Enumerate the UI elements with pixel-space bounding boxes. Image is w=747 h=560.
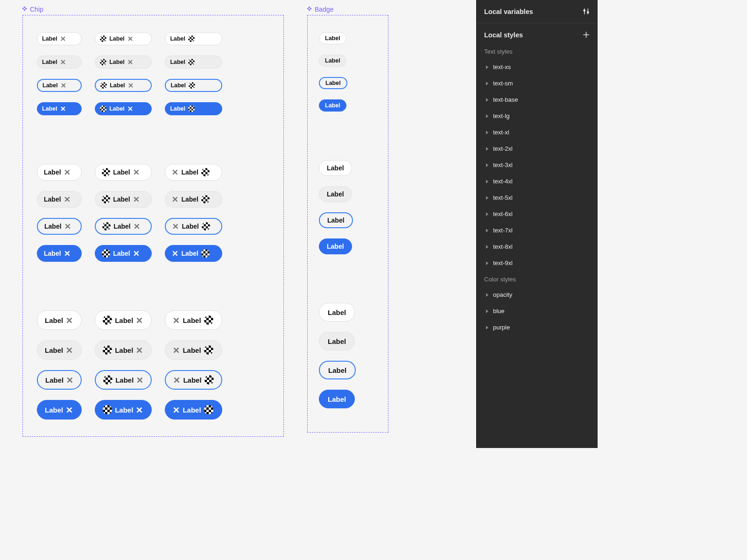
close-icon[interactable]	[66, 317, 73, 324]
badge[interactable]: Label	[319, 32, 346, 44]
style-item-text-5xl[interactable]: text-5xl	[477, 189, 598, 206]
chip[interactable]: Label	[95, 79, 152, 92]
chip[interactable]: Label	[165, 191, 222, 208]
close-icon[interactable]	[64, 223, 71, 230]
style-item-text-xs[interactable]: text-xs	[477, 59, 598, 75]
chip[interactable]: Label	[165, 340, 222, 360]
style-item-text-8xl[interactable]: text-8xl	[477, 238, 598, 255]
chip[interactable]: Label	[165, 218, 222, 235]
chip[interactable]: Label	[95, 400, 152, 420]
chip[interactable]: Label	[95, 218, 152, 235]
style-item-text-xl[interactable]: text-xl	[477, 124, 598, 140]
close-icon[interactable]	[172, 223, 179, 230]
style-item-text-4xl[interactable]: text-4xl	[477, 173, 598, 189]
style-item-text-lg[interactable]: text-lg	[477, 108, 598, 124]
close-icon[interactable]	[173, 347, 180, 354]
close-icon[interactable]	[133, 169, 140, 175]
close-icon[interactable]	[133, 196, 140, 203]
badge-frame[interactable]: Label Label Label Label Label Label Labe…	[307, 15, 388, 433]
chip[interactable]: Label	[37, 32, 82, 45]
close-icon[interactable]	[60, 36, 66, 42]
badge[interactable]: Label	[319, 390, 355, 408]
chip[interactable]: Label	[95, 56, 152, 69]
canvas[interactable]: Chip Label Label Label Label Label Label…	[0, 0, 476, 448]
style-item-text-7xl[interactable]: text-7xl	[477, 222, 598, 238]
close-icon[interactable]	[128, 83, 134, 88]
plus-icon[interactable]	[582, 31, 590, 39]
chip[interactable]: Label	[165, 164, 222, 181]
close-icon[interactable]	[127, 36, 133, 42]
close-icon[interactable]	[173, 377, 180, 384]
chip[interactable]: Label	[37, 79, 82, 92]
chip[interactable]: Label	[37, 245, 82, 262]
badge[interactable]: Label	[319, 332, 355, 350]
badge[interactable]: Label	[319, 55, 346, 67]
chip[interactable]: Label	[95, 310, 152, 330]
chip[interactable]: Label	[37, 102, 82, 115]
chip[interactable]: Label	[95, 32, 152, 45]
chip[interactable]: Label	[165, 56, 222, 69]
chip[interactable]: Label	[37, 370, 82, 390]
badge[interactable]: Label	[319, 160, 352, 176]
chip[interactable]: Label	[165, 245, 222, 262]
close-icon[interactable]	[66, 377, 73, 384]
style-item-purple[interactable]: purple	[477, 319, 598, 336]
close-icon[interactable]	[64, 196, 70, 203]
close-icon[interactable]	[127, 106, 133, 112]
chip[interactable]: Label	[37, 400, 82, 420]
close-icon[interactable]	[172, 196, 178, 203]
badge[interactable]: Label	[319, 99, 346, 112]
chip[interactable]: Label	[95, 164, 152, 181]
chip[interactable]: Label	[95, 340, 152, 360]
style-item-text-3xl[interactable]: text-3xl	[477, 157, 598, 173]
chip[interactable]: Label	[37, 191, 82, 208]
chip-frame-label[interactable]: Chip	[22, 6, 284, 13]
chip[interactable]: Label	[165, 400, 222, 420]
close-icon[interactable]	[60, 59, 66, 65]
close-icon[interactable]	[172, 250, 178, 257]
style-item-opacity[interactable]: opacity	[477, 287, 598, 303]
chip[interactable]: Label	[37, 218, 82, 235]
chip[interactable]: Label	[165, 370, 222, 390]
close-icon[interactable]	[136, 317, 143, 324]
badge[interactable]: Label	[319, 303, 355, 322]
badge[interactable]: Label	[319, 238, 352, 254]
close-icon[interactable]	[134, 223, 140, 230]
badge[interactable]: Label	[319, 186, 352, 202]
close-icon[interactable]	[64, 169, 70, 175]
chip[interactable]: Label	[37, 164, 82, 181]
style-item-text-6xl[interactable]: text-6xl	[477, 206, 598, 222]
close-icon[interactable]	[61, 83, 66, 88]
close-icon[interactable]	[60, 106, 66, 112]
chip[interactable]: Label	[95, 102, 152, 115]
badge[interactable]: Label	[319, 212, 353, 228]
close-icon[interactable]	[133, 250, 140, 257]
badge[interactable]: Label	[319, 361, 356, 379]
close-icon[interactable]	[172, 169, 178, 175]
badge-frame-label[interactable]: Badge	[307, 6, 388, 13]
local-variables-header[interactable]: Local variables	[477, 0, 598, 23]
chip[interactable]: Label	[95, 245, 152, 262]
close-icon[interactable]	[136, 377, 143, 384]
close-icon[interactable]	[64, 250, 70, 257]
badge[interactable]: Label	[319, 77, 347, 89]
close-icon[interactable]	[66, 406, 73, 413]
style-item-text-base[interactable]: text-base	[477, 91, 598, 108]
style-item-text-9xl[interactable]: text-9xl	[477, 255, 598, 271]
chip[interactable]: Label	[95, 370, 152, 390]
chip[interactable]: Label	[165, 32, 222, 45]
close-icon[interactable]	[173, 317, 180, 324]
chip[interactable]: Label	[165, 310, 222, 330]
close-icon[interactable]	[136, 347, 143, 354]
style-item-text-sm[interactable]: text-sm	[477, 75, 598, 91]
chip[interactable]: Label	[165, 102, 222, 115]
chip[interactable]: Label	[37, 56, 82, 69]
chip[interactable]: Label	[95, 191, 152, 208]
style-item-text-2xl[interactable]: text-2xl	[477, 140, 598, 157]
style-item-blue[interactable]: blue	[477, 303, 598, 319]
chip[interactable]: Label	[165, 79, 222, 92]
close-icon[interactable]	[173, 406, 180, 413]
close-icon[interactable]	[66, 347, 73, 354]
close-icon[interactable]	[136, 406, 143, 413]
chip[interactable]: Label	[37, 340, 82, 360]
